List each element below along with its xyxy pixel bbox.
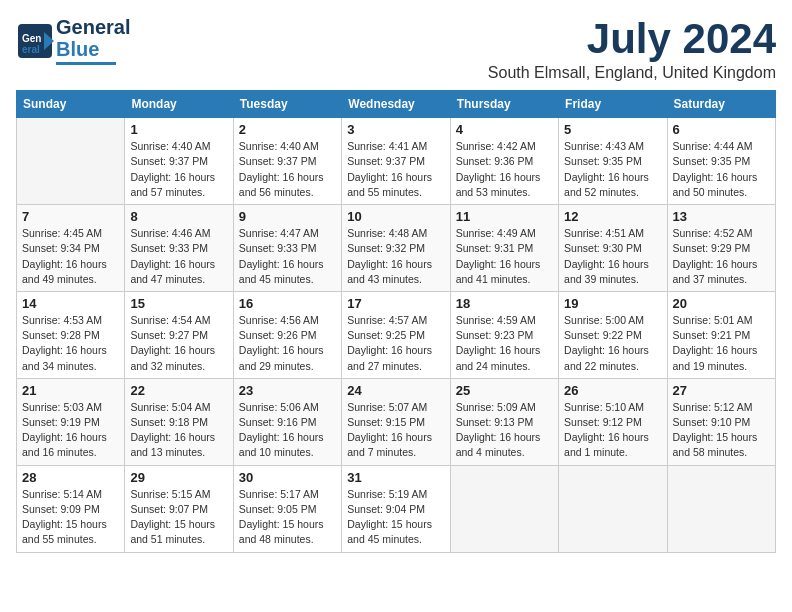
day-cell: 29Sunrise: 5:15 AM Sunset: 9:07 PM Dayli… <box>125 465 233 552</box>
day-info: Sunrise: 5:03 AM Sunset: 9:19 PM Dayligh… <box>22 400 119 461</box>
day-number: 14 <box>22 296 119 311</box>
day-number: 21 <box>22 383 119 398</box>
day-number: 26 <box>564 383 661 398</box>
header: Gen eral General Blue July 2024 South El… <box>16 16 776 82</box>
day-info: Sunrise: 4:43 AM Sunset: 9:35 PM Dayligh… <box>564 139 661 200</box>
day-info: Sunrise: 4:54 AM Sunset: 9:27 PM Dayligh… <box>130 313 227 374</box>
day-cell: 14Sunrise: 4:53 AM Sunset: 9:28 PM Dayli… <box>17 291 125 378</box>
day-info: Sunrise: 4:52 AM Sunset: 9:29 PM Dayligh… <box>673 226 770 287</box>
day-info: Sunrise: 5:09 AM Sunset: 9:13 PM Dayligh… <box>456 400 553 461</box>
day-number: 28 <box>22 470 119 485</box>
week-row-4: 21Sunrise: 5:03 AM Sunset: 9:19 PM Dayli… <box>17 378 776 465</box>
logo-text-general: General <box>56 16 130 38</box>
day-cell: 2Sunrise: 4:40 AM Sunset: 9:37 PM Daylig… <box>233 118 341 205</box>
day-cell <box>559 465 667 552</box>
day-number: 31 <box>347 470 444 485</box>
column-headers: SundayMondayTuesdayWednesdayThursdayFrid… <box>17 91 776 118</box>
day-number: 5 <box>564 122 661 137</box>
day-cell: 1Sunrise: 4:40 AM Sunset: 9:37 PM Daylig… <box>125 118 233 205</box>
svg-text:eral: eral <box>22 44 40 55</box>
week-row-2: 7Sunrise: 4:45 AM Sunset: 9:34 PM Daylig… <box>17 205 776 292</box>
day-number: 6 <box>673 122 770 137</box>
day-number: 2 <box>239 122 336 137</box>
day-cell: 8Sunrise: 4:46 AM Sunset: 9:33 PM Daylig… <box>125 205 233 292</box>
day-number: 4 <box>456 122 553 137</box>
day-cell: 31Sunrise: 5:19 AM Sunset: 9:04 PM Dayli… <box>342 465 450 552</box>
day-number: 10 <box>347 209 444 224</box>
day-cell: 24Sunrise: 5:07 AM Sunset: 9:15 PM Dayli… <box>342 378 450 465</box>
day-info: Sunrise: 4:46 AM Sunset: 9:33 PM Dayligh… <box>130 226 227 287</box>
day-cell: 16Sunrise: 4:56 AM Sunset: 9:26 PM Dayli… <box>233 291 341 378</box>
day-cell: 5Sunrise: 4:43 AM Sunset: 9:35 PM Daylig… <box>559 118 667 205</box>
day-info: Sunrise: 4:41 AM Sunset: 9:37 PM Dayligh… <box>347 139 444 200</box>
day-number: 9 <box>239 209 336 224</box>
day-number: 1 <box>130 122 227 137</box>
day-info: Sunrise: 5:17 AM Sunset: 9:05 PM Dayligh… <box>239 487 336 548</box>
day-info: Sunrise: 4:42 AM Sunset: 9:36 PM Dayligh… <box>456 139 553 200</box>
svg-text:Gen: Gen <box>22 33 41 44</box>
week-row-5: 28Sunrise: 5:14 AM Sunset: 9:09 PM Dayli… <box>17 465 776 552</box>
day-info: Sunrise: 4:59 AM Sunset: 9:23 PM Dayligh… <box>456 313 553 374</box>
day-number: 16 <box>239 296 336 311</box>
calendar-table: SundayMondayTuesdayWednesdayThursdayFrid… <box>16 90 776 552</box>
day-info: Sunrise: 4:40 AM Sunset: 9:37 PM Dayligh… <box>239 139 336 200</box>
day-cell: 9Sunrise: 4:47 AM Sunset: 9:33 PM Daylig… <box>233 205 341 292</box>
day-number: 20 <box>673 296 770 311</box>
month-year: July 2024 <box>488 16 776 62</box>
day-info: Sunrise: 4:47 AM Sunset: 9:33 PM Dayligh… <box>239 226 336 287</box>
day-cell: 11Sunrise: 4:49 AM Sunset: 9:31 PM Dayli… <box>450 205 558 292</box>
day-info: Sunrise: 4:49 AM Sunset: 9:31 PM Dayligh… <box>456 226 553 287</box>
day-cell: 6Sunrise: 4:44 AM Sunset: 9:35 PM Daylig… <box>667 118 775 205</box>
day-cell: 4Sunrise: 4:42 AM Sunset: 9:36 PM Daylig… <box>450 118 558 205</box>
day-cell: 21Sunrise: 5:03 AM Sunset: 9:19 PM Dayli… <box>17 378 125 465</box>
day-cell: 30Sunrise: 5:17 AM Sunset: 9:05 PM Dayli… <box>233 465 341 552</box>
logo-underline <box>56 62 116 65</box>
day-number: 7 <box>22 209 119 224</box>
day-cell <box>667 465 775 552</box>
logo-icon: Gen eral <box>16 22 54 60</box>
day-number: 29 <box>130 470 227 485</box>
day-number: 18 <box>456 296 553 311</box>
col-header-tuesday: Tuesday <box>233 91 341 118</box>
day-info: Sunrise: 4:51 AM Sunset: 9:30 PM Dayligh… <box>564 226 661 287</box>
day-info: Sunrise: 5:19 AM Sunset: 9:04 PM Dayligh… <box>347 487 444 548</box>
day-info: Sunrise: 4:45 AM Sunset: 9:34 PM Dayligh… <box>22 226 119 287</box>
logo-text-blue: Blue <box>56 38 130 60</box>
col-header-thursday: Thursday <box>450 91 558 118</box>
day-number: 11 <box>456 209 553 224</box>
day-cell: 23Sunrise: 5:06 AM Sunset: 9:16 PM Dayli… <box>233 378 341 465</box>
day-info: Sunrise: 5:04 AM Sunset: 9:18 PM Dayligh… <box>130 400 227 461</box>
col-header-wednesday: Wednesday <box>342 91 450 118</box>
day-cell: 15Sunrise: 4:54 AM Sunset: 9:27 PM Dayli… <box>125 291 233 378</box>
day-cell: 7Sunrise: 4:45 AM Sunset: 9:34 PM Daylig… <box>17 205 125 292</box>
day-info: Sunrise: 5:06 AM Sunset: 9:16 PM Dayligh… <box>239 400 336 461</box>
day-info: Sunrise: 5:12 AM Sunset: 9:10 PM Dayligh… <box>673 400 770 461</box>
day-number: 17 <box>347 296 444 311</box>
location: South Elmsall, England, United Kingdom <box>488 64 776 82</box>
day-cell: 13Sunrise: 4:52 AM Sunset: 9:29 PM Dayli… <box>667 205 775 292</box>
day-info: Sunrise: 4:48 AM Sunset: 9:32 PM Dayligh… <box>347 226 444 287</box>
day-cell: 27Sunrise: 5:12 AM Sunset: 9:10 PM Dayli… <box>667 378 775 465</box>
day-cell: 25Sunrise: 5:09 AM Sunset: 9:13 PM Dayli… <box>450 378 558 465</box>
day-info: Sunrise: 4:57 AM Sunset: 9:25 PM Dayligh… <box>347 313 444 374</box>
day-number: 30 <box>239 470 336 485</box>
day-info: Sunrise: 4:53 AM Sunset: 9:28 PM Dayligh… <box>22 313 119 374</box>
day-cell: 19Sunrise: 5:00 AM Sunset: 9:22 PM Dayli… <box>559 291 667 378</box>
col-header-sunday: Sunday <box>17 91 125 118</box>
day-cell: 17Sunrise: 4:57 AM Sunset: 9:25 PM Dayli… <box>342 291 450 378</box>
day-cell: 10Sunrise: 4:48 AM Sunset: 9:32 PM Dayli… <box>342 205 450 292</box>
day-cell: 22Sunrise: 5:04 AM Sunset: 9:18 PM Dayli… <box>125 378 233 465</box>
title-area: July 2024 South Elmsall, England, United… <box>488 16 776 82</box>
day-info: Sunrise: 4:56 AM Sunset: 9:26 PM Dayligh… <box>239 313 336 374</box>
day-number: 15 <box>130 296 227 311</box>
col-header-monday: Monday <box>125 91 233 118</box>
day-info: Sunrise: 5:07 AM Sunset: 9:15 PM Dayligh… <box>347 400 444 461</box>
day-number: 24 <box>347 383 444 398</box>
day-number: 19 <box>564 296 661 311</box>
day-number: 27 <box>673 383 770 398</box>
day-cell: 18Sunrise: 4:59 AM Sunset: 9:23 PM Dayli… <box>450 291 558 378</box>
day-cell: 3Sunrise: 4:41 AM Sunset: 9:37 PM Daylig… <box>342 118 450 205</box>
logo: Gen eral General Blue <box>16 16 130 65</box>
day-cell: 20Sunrise: 5:01 AM Sunset: 9:21 PM Dayli… <box>667 291 775 378</box>
day-number: 23 <box>239 383 336 398</box>
